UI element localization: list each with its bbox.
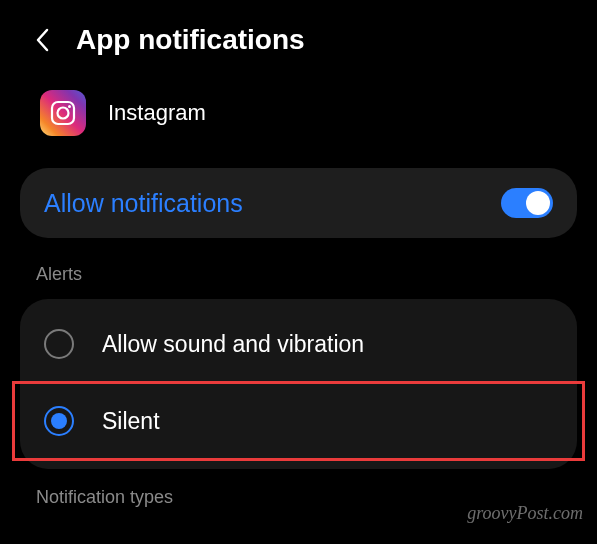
app-name: Instagram	[108, 100, 206, 126]
radio-dot-icon	[51, 413, 67, 429]
instagram-icon	[40, 90, 86, 136]
watermark: groovyPost.com	[467, 503, 583, 524]
alerts-section-label: Alerts	[0, 246, 597, 295]
back-button[interactable]	[28, 26, 56, 54]
allow-notifications-toggle[interactable]	[501, 188, 553, 218]
alerts-card: Allow sound and vibration Silent	[20, 299, 577, 469]
svg-rect-0	[52, 102, 74, 124]
allow-notifications-row[interactable]: Allow notifications	[20, 168, 577, 238]
radio-selected-icon	[44, 406, 74, 436]
radio-unselected-icon	[44, 329, 74, 359]
page-title: App notifications	[76, 24, 305, 56]
svg-point-2	[68, 105, 71, 108]
app-row: Instagram	[0, 76, 597, 160]
radio-label: Allow sound and vibration	[102, 331, 364, 358]
radio-label: Silent	[102, 408, 160, 435]
allow-notifications-label: Allow notifications	[44, 189, 243, 218]
toggle-knob	[526, 191, 550, 215]
svg-point-1	[58, 108, 69, 119]
radio-row-sound-vibration[interactable]: Allow sound and vibration	[20, 307, 577, 381]
radio-row-silent[interactable]: Silent	[12, 381, 585, 461]
